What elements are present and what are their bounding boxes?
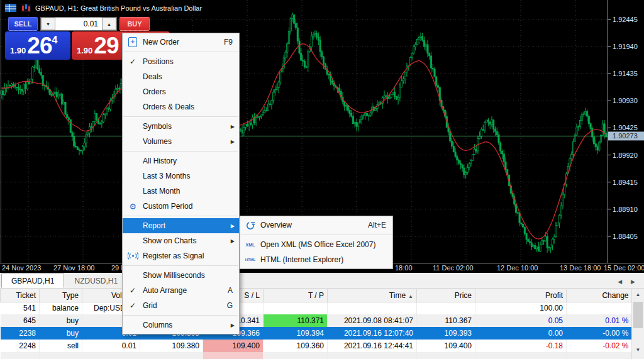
buy-button[interactable]: BUY — [119, 17, 150, 31]
menu-item-show-on-charts[interactable]: Show on Charts▶ — [123, 233, 239, 248]
menu-item-label: Auto Arrange — [143, 286, 228, 295]
price-tick-label: 1.91940 — [613, 43, 638, 50]
menu-item-columns[interactable]: Columns▶ — [123, 318, 239, 333]
menu-item-label: HTML (Internet Explorer) — [260, 255, 392, 264]
table-cell: 109.394 — [264, 327, 328, 340]
menu-separator — [123, 116, 238, 117]
menu-item-label: Grid — [143, 301, 227, 310]
volume-increase-icon[interactable]: ▲ — [102, 18, 116, 30]
price-tick-label: 1.90930 — [613, 97, 638, 104]
icon-slot: HTML — [240, 258, 260, 262]
menu-item-label: Symbols — [143, 122, 239, 131]
scroll-down-icon[interactable]: ▼ — [632, 345, 644, 355]
price-tick-label: 1.91435 — [613, 70, 638, 77]
menu-item-auto-arrange[interactable]: ✓Auto ArrangeA — [123, 283, 239, 298]
menu-item-overview[interactable]: OverviewAlt+E — [240, 218, 392, 233]
menu-item-orders-deals[interactable]: Orders & Deals — [123, 99, 239, 114]
table-cell — [417, 352, 475, 359]
menu-item-orders[interactable]: Orders — [123, 84, 239, 99]
menu-item-all-history[interactable]: All History — [123, 153, 239, 168]
menu-item-symbols[interactable]: Symbols▶ — [123, 119, 239, 134]
table-cell — [264, 302, 328, 314]
history-row-2248[interactable]: 2248sell0.01109.380109.400109.3602021.09… — [1, 340, 632, 352]
time-tick-label: 27 Nov 18:00 — [53, 264, 94, 272]
tab-gbpaud-h1[interactable]: GBPAUD,H1 — [1, 273, 64, 288]
menu-item-last-month[interactable]: Last Month — [123, 184, 239, 199]
sell-price-prefix: 1.90 — [10, 46, 26, 55]
menu-item-show-milliseconds[interactable]: Show Milliseconds — [123, 268, 239, 283]
volume-decrease-icon[interactable]: ▼ — [41, 18, 55, 30]
table-cell: 2248 — [1, 340, 40, 352]
table-cell: -0.18 — [475, 340, 567, 352]
chart-symbol-icon[interactable] — [21, 4, 31, 12]
menu-item-volumes[interactable]: Volumes▶ — [123, 134, 239, 149]
table-cell: 2021.09.08 08:41:07 — [328, 314, 417, 327]
price-tick-label: 1.89415 — [613, 179, 638, 186]
column-header-profit[interactable]: Profit — [475, 289, 567, 302]
price-tick-label: 1.88405 — [613, 233, 638, 240]
menu-separator — [123, 216, 238, 216]
icon-slot: XML — [240, 243, 260, 247]
menu-item-custom-period[interactable]: ⚙Custom Period — [123, 199, 239, 214]
menu-item-grid[interactable]: ✓GridG — [123, 298, 239, 313]
column-header-change[interactable]: Change — [567, 289, 632, 302]
table-cell: 2021.09.16 12:07:40 — [328, 327, 417, 340]
column-header-t-p[interactable]: T / P — [264, 289, 328, 302]
tab-nzdusd-h1[interactable]: NZDUSD,H1 — [64, 273, 128, 288]
table-cell: 541 — [1, 302, 40, 314]
table-cell: 2021.09.16 12:44:41 — [328, 340, 417, 352]
time-tick-label: 15 Dec 02:00 — [604, 264, 644, 272]
table-cell — [40, 352, 82, 359]
tabs-scroll-left-icon[interactable]: ◀ — [618, 279, 622, 285]
menu-separator — [123, 315, 238, 316]
volume-input[interactable] — [55, 18, 102, 30]
table-cell — [328, 302, 417, 314]
menu-separator — [123, 151, 238, 152]
menu-item-deals[interactable]: Deals — [123, 69, 239, 84]
menu-item-open-xml-ms-office-excel-2007[interactable]: XMLOpen XML (MS Office Excel 2007) — [240, 237, 392, 252]
report-submenu: OverviewAlt+EXMLOpen XML (MS Office Exce… — [240, 216, 393, 269]
menu-item-positions[interactable]: ✓Positions — [123, 54, 239, 69]
tabs-scroll-right-icon[interactable]: ▶ — [631, 279, 635, 285]
menu-item-new-order[interactable]: +New OrderF9 — [123, 35, 239, 50]
price-tick-label: 1.89920 — [613, 152, 638, 159]
table-cell — [82, 352, 140, 359]
menu-item-report[interactable]: Report▶ — [123, 218, 239, 233]
table-cell: 109.380 — [140, 340, 203, 352]
one-click-trade-panel: SELL ▼ ▲ BUY — [8, 17, 150, 31]
history-row-645[interactable]: 645buy110.341110.3712021.09.08 08:41:071… — [1, 314, 632, 327]
menu-shortcut: A — [228, 286, 233, 295]
menu-item-html-internet-explorer[interactable]: HTMLHTML (Internet Explorer) — [240, 252, 392, 267]
scrollbar-thumb[interactable] — [633, 302, 643, 328]
menu-separator — [123, 52, 238, 52]
table-cell — [475, 352, 567, 359]
table-cell: 0.00 — [475, 327, 567, 340]
scroll-up-icon[interactable]: ▲ — [632, 289, 644, 299]
table-cell: 0.05 — [475, 314, 567, 327]
column-header-ticket[interactable]: Ticket — [1, 289, 40, 302]
sell-quote-panel[interactable]: 1.90 26 4 — [5, 31, 70, 60]
market-depth-icon[interactable] — [5, 4, 16, 12]
table-cell: 0.01 — [82, 340, 140, 352]
column-header-type[interactable]: Type — [40, 289, 82, 302]
menu-separator — [123, 265, 238, 266]
table-cell: 109.400 — [203, 340, 264, 352]
menu-item-label: Open XML (MS Office Excel 2007) — [260, 240, 392, 249]
table-cell — [567, 352, 632, 359]
menu-item-last-3-months[interactable]: Last 3 Months — [123, 168, 239, 184]
menu-item-label: Overview — [260, 221, 368, 229]
menu-shortcut: F9 — [224, 38, 233, 47]
sell-button[interactable]: SELL — [8, 17, 38, 31]
column-header-time[interactable]: Time▲ — [328, 289, 417, 302]
column-header-price[interactable]: Price — [417, 289, 475, 302]
table-cell: balance — [40, 302, 82, 314]
history-row-2238[interactable]: 2238buy0.01109.393109.366109.3942021.09.… — [1, 327, 632, 340]
submenu-arrow-icon: ▶ — [231, 238, 235, 244]
menu-item-register-as-signal[interactable]: Register as Signal — [123, 248, 239, 263]
table-scrollbar[interactable]: ▲ ▼ — [631, 289, 644, 359]
chart-tab-bar: GBPAUD,H1NZDUSD,H1 ◀ ▶ — [0, 273, 644, 289]
history-row-next[interactable] — [1, 352, 632, 359]
history-row-541[interactable]: 541balanceDep:USD-00100.00 — [1, 302, 632, 314]
table-cell: 109.400 — [417, 340, 475, 352]
time-tick-label: 11 Dec 02:00 — [433, 264, 474, 272]
